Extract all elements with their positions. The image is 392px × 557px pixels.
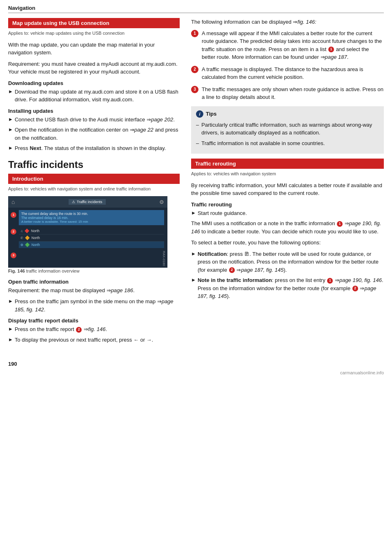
downloading-heading: Downloading updates <box>8 80 180 86</box>
numbered-item-3: 3 The traffic messages are only shown wh… <box>191 85 384 101</box>
dash-icon-2: – <box>196 139 199 148</box>
notification-bullet: ► Notification: press 🖹. The better rout… <box>191 250 384 274</box>
rerouting-header: Traffic rerouting <box>191 159 384 169</box>
home-icon: ⌂ <box>11 199 15 205</box>
gear-icon: ⚙ <box>159 199 164 205</box>
numbered-item-2: 2 A traffic message is displayed. The di… <box>191 65 384 81</box>
installing-bullet1: ► Connect the USB flash drive to the Aud… <box>8 116 180 124</box>
map-update-para1: With the map update, you can update the … <box>8 41 180 57</box>
display-bullet1: ► Press on the traffic report 2 ⇒fig. 14… <box>8 325 180 333</box>
rerouting-applies: Applies to: vehicles with navigation sys… <box>191 170 384 177</box>
bullet-arrow-icon-8: ► <box>191 209 196 217</box>
num-circle-1: 1 <box>191 30 198 37</box>
diamond-icon-3 <box>25 242 29 247</box>
num-circle-2: 2 <box>191 66 198 73</box>
bullet-arrow-icon-5: ► <box>8 298 13 313</box>
map-update-header: Map update using the USB connection <box>8 18 180 28</box>
downloading-text: Download the map update at my.audi.com a… <box>15 88 180 104</box>
fig-label: Fig. 146 <box>8 268 25 273</box>
traffic-icon: ⚠ <box>72 200 75 204</box>
installing-heading: Installing updates <box>8 108 180 114</box>
map-update-para2: Requirement: you must have created a myA… <box>8 60 180 76</box>
intro-applies: Applies to: vehicles with navigation sys… <box>8 186 180 192</box>
route-row-2: ✆ North <box>19 235 164 242</box>
bullet-arrow-icon-10: ► <box>191 276 196 300</box>
left-column: Map update using the USB connection Appl… <box>8 18 180 346</box>
note-bullet: ► Note in the traffic information: press… <box>191 276 384 300</box>
installing-bullet3-text: Press Next. The status of the installati… <box>15 144 166 152</box>
open-traffic-req: Requirement: the map must be displayed ⇒… <box>8 286 180 295</box>
circle-1-note: 1 <box>327 278 333 284</box>
bullet-arrow-icon-2: ► <box>8 116 13 124</box>
site-watermark: carmanualsonline.info <box>8 370 384 375</box>
circle-3-badge: 3 <box>11 251 16 258</box>
rerouting-bullet: ► Start route guidance. <box>191 209 384 217</box>
numbered-item-1: 1 A message will appear if the MMI calcu… <box>191 29 384 61</box>
open-traffic-heading: Open traffic information <box>8 279 180 285</box>
bullet-arrow-icon: ► <box>8 88 13 104</box>
fig-caption: Fig. 146 Fig. 146 traffic information ov… <box>8 268 180 275</box>
tips-header: i Tips <box>196 110 379 118</box>
circle-1-para2: 1 <box>337 221 343 227</box>
phone-icon: ✆ <box>20 236 23 240</box>
display-bullet2: ► To display the previous or next traffi… <box>8 336 180 344</box>
installing-bullet2: ► Open the notification in the notificat… <box>8 126 180 142</box>
circle-2-inline: 2 <box>76 327 82 333</box>
bullet-arrow-icon-9: ► <box>191 250 196 274</box>
bullet-arrow-icon-6: ► <box>8 325 13 333</box>
installing-bullet1-text: Connect the USB flash drive to the Audi … <box>15 116 175 124</box>
route-row-3: ⚙ North <box>19 242 164 248</box>
dash-icon-1: – <box>196 121 199 137</box>
circle-2-note: 2 <box>352 286 358 291</box>
page-container: Navigation Map update using the USB conn… <box>0 0 392 383</box>
route-row-1: ♫ North <box>19 228 164 235</box>
bullet-arrow-icon-4: ► <box>8 144 13 152</box>
watermark: RAX-0180 <box>162 251 166 266</box>
diamond-icon-1 <box>24 228 29 233</box>
right-intro: The following information can be display… <box>191 18 384 26</box>
page-bottom: 190 <box>8 354 384 367</box>
diamond-icon-2 <box>25 235 29 240</box>
music-icon: ♫ <box>20 229 23 233</box>
mmi-tab: ⚠ Traffic incidents <box>69 199 106 205</box>
tips-item-1: – Particularly critical traffic informat… <box>196 121 379 137</box>
open-traffic-bullet: ► Press on the traffic jam symbol in the… <box>8 298 180 313</box>
rerouting-para2: The MMI uses a notification or a note in… <box>191 219 384 235</box>
map-update-applies: Applies to: vehicle map updates using th… <box>8 30 180 37</box>
rerouting-para1: By receiving traffic information, your M… <box>191 181 384 197</box>
circle-2-badge: 2 <box>11 228 16 235</box>
mmi-routes: 2 ♫ North ✆ North <box>8 226 167 248</box>
two-col-layout: Map update using the USB connection Appl… <box>8 18 384 346</box>
downloading-bullet: ► Download the map update at my.audi.com… <box>8 88 180 104</box>
settings-icon: ⚙ <box>20 243 23 247</box>
display-heading: Display traffic report details <box>8 318 180 324</box>
installing-bullet3: ► Press Next. The status of the installa… <box>8 144 180 152</box>
rerouting-para3: To select a better route, you have the f… <box>191 239 384 247</box>
circle-2-notif: 2 <box>229 267 235 273</box>
page-number: 190 <box>8 361 17 367</box>
mmi-screen: ⌂ ⚠ Traffic incidents ⚙ 1 The current de… <box>8 196 167 268</box>
circle-1-badge: 1 <box>11 211 16 218</box>
mmi-message1: The current delay along the route is 30 … <box>19 210 164 225</box>
rerouting-subhead: Traffic rerouting <box>191 201 384 208</box>
tips-box: i Tips – Particularly critical traffic i… <box>191 106 384 154</box>
mmi-tab-label: Traffic incidents <box>77 200 102 204</box>
top-nav-bar: Navigation <box>8 5 384 13</box>
right-column: The following information can be display… <box>191 18 384 346</box>
num-circle-3: 3 <box>191 86 198 93</box>
info-circle-icon: i <box>196 110 203 118</box>
traffic-incidents-title: Traffic incidents <box>8 159 180 170</box>
nav-title: Navigation <box>8 5 35 11</box>
bullet-arrow-icon-7: ► <box>8 336 13 344</box>
circle-1-inline: 1 <box>328 47 334 52</box>
intro-header: Introduction <box>8 174 180 184</box>
installing-bullet2-text: Open the notification in the notificatio… <box>15 126 180 142</box>
tips-item-2: – Traffic information is not available i… <box>196 139 379 148</box>
mmi-top-bar: ⌂ ⚠ Traffic incidents ⚙ <box>8 196 167 208</box>
bullet-arrow-icon-3: ► <box>8 126 13 142</box>
